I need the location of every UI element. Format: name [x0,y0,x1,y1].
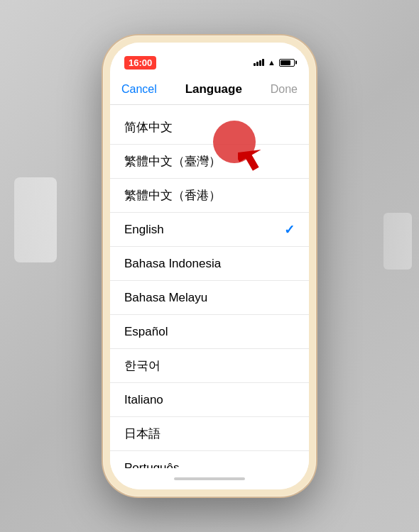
language-item-traditional-chinese-taiwan[interactable]: 繁體中文（臺灣） [110,145,309,179]
nav-title: Language [185,82,242,96]
language-item-espanol[interactable]: Español [110,315,309,349]
language-item-traditional-chinese-hk[interactable]: 繁體中文（香港） [110,179,309,213]
phone-screen: 16:00 ▲ Cancel Language [110,43,309,489]
language-item-japanese[interactable]: 日本語 [110,417,309,451]
signal-bar-4 [262,59,264,66]
language-name-portuguese: Português [124,461,180,469]
battery-fill [281,60,290,65]
status-bar: 16:00 ▲ [110,43,309,74]
language-name-simplified-chinese: 简体中文 [124,119,173,135]
language-name-traditional-chinese-hk: 繁體中文（香港） [124,187,221,204]
signal-icon [254,59,264,66]
language-item-italiano[interactable]: Italiano [110,383,309,417]
language-checkmark-english: ✓ [284,222,295,238]
language-list[interactable]: 简体中文繁體中文（臺灣）繁體中文（香港）English✓Bahasa Indon… [110,105,309,468]
cancel-button[interactable]: Cancel [121,83,157,96]
language-item-bahasa-indonesia[interactable]: Bahasa Indonesia [110,247,309,281]
desk-object-right [383,213,412,270]
signal-bar-2 [256,62,259,66]
language-name-bahasa-melayu: Bahasa Melayu [124,291,207,305]
desk-object-left [14,177,57,262]
language-name-bahasa-indonesia: Bahasa Indonesia [124,257,221,271]
status-time: 16:00 [124,56,156,70]
language-item-korean[interactable]: 한국어 [110,349,309,383]
language-name-korean: 한국어 [124,358,160,374]
done-button[interactable]: Done [271,83,298,96]
language-name-japanese: 日本語 [124,426,160,442]
language-name-english: English [124,223,164,237]
language-item-portuguese[interactable]: Português [110,451,309,468]
home-indicator [110,468,309,489]
phone-frame: 16:00 ▲ Cancel Language [103,35,316,497]
wifi-icon: ▲ [268,58,276,67]
language-item-bahasa-melayu[interactable]: Bahasa Melayu [110,281,309,315]
desktop-background: 16:00 ▲ Cancel Language [0,0,419,532]
signal-bar-3 [259,60,261,66]
battery-icon [279,59,295,67]
language-name-traditional-chinese-taiwan: 繁體中文（臺灣） [124,153,221,170]
signal-bar-1 [254,63,256,66]
status-icons: ▲ [254,58,295,67]
language-name-espanol: Español [124,325,168,339]
home-bar [174,477,245,480]
language-name-italiano: Italiano [124,393,163,407]
language-item-simplified-chinese[interactable]: 简体中文 [110,111,309,145]
nav-bar: Cancel Language Done [110,74,309,105]
language-item-english[interactable]: English✓ [110,213,309,247]
